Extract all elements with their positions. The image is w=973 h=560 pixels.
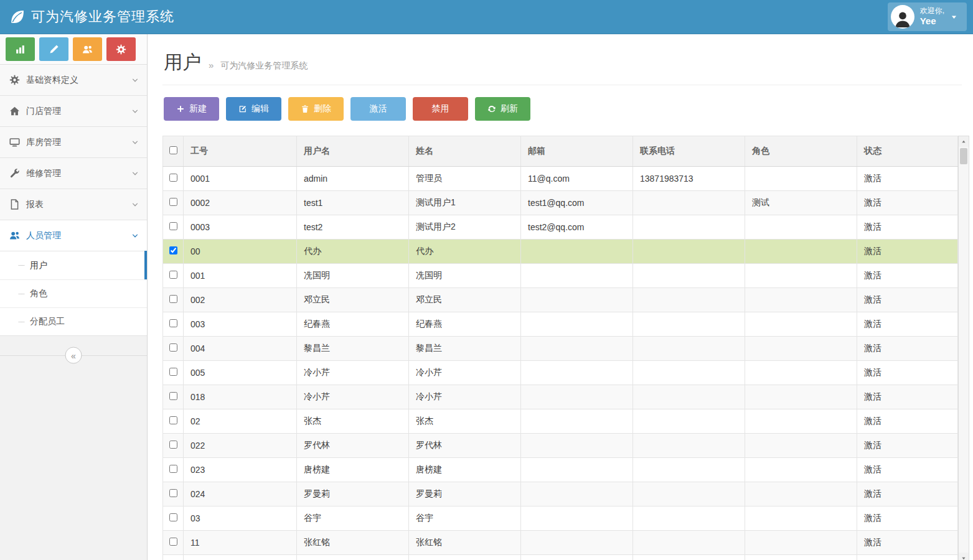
refresh-button[interactable]: 刷新 xyxy=(475,97,530,121)
table-zone: 工号用户名姓名邮箱联系电话角色状态 0001admin管理员11@q.com13… xyxy=(162,136,973,560)
row-checkbox-cell xyxy=(163,409,184,434)
column-header-name[interactable]: 姓名 xyxy=(409,136,521,167)
sidebar-item-maintenance[interactable]: 维修管理 xyxy=(0,158,147,189)
new-button[interactable]: 新建 xyxy=(164,97,219,121)
column-header-status[interactable]: 状态 xyxy=(857,136,958,167)
activate-button[interactable]: 激活 xyxy=(350,97,406,121)
column-header-username[interactable]: 用户名 xyxy=(297,136,409,167)
cell-status: 激活 xyxy=(857,506,958,531)
user-menu[interactable]: 欢迎你, Yee xyxy=(888,2,967,31)
users-icon xyxy=(9,230,20,241)
cell-name: 测试用户1 xyxy=(409,191,521,215)
row-checkbox[interactable] xyxy=(169,246,177,254)
table-row[interactable]: 00代办代办激活 xyxy=(163,240,958,264)
column-header-email[interactable]: 邮箱 xyxy=(521,136,633,167)
scroll-up-button[interactable] xyxy=(959,136,969,147)
column-header-id[interactable]: 工号 xyxy=(184,136,297,167)
table-row[interactable]: 005冷小芹冷小芹激活 xyxy=(163,361,958,385)
row-checkbox[interactable] xyxy=(169,295,177,303)
cell-name: 谷宇 xyxy=(409,506,521,531)
edit-button[interactable]: 编辑 xyxy=(226,97,281,121)
table-row[interactable]: 004黎昌兰黎昌兰激活 xyxy=(163,337,958,361)
sidebar-item-warehouse[interactable]: 库房管理 xyxy=(0,127,147,158)
cell-name: 冷小芹 xyxy=(409,385,521,409)
table-row[interactable]: 0001admin管理员11@q.com13871983713激活 xyxy=(163,167,958,191)
breadcrumb-link[interactable]: 可为汽修业务管理系统 xyxy=(220,60,308,70)
row-checkbox[interactable] xyxy=(169,489,177,497)
shortcut-chart-button[interactable] xyxy=(6,37,35,61)
button-label: 新建 xyxy=(189,103,207,114)
row-checkbox[interactable] xyxy=(169,174,177,182)
cell-email xyxy=(521,531,633,555)
cell-email xyxy=(521,506,633,531)
table-row[interactable]: 001冼国明冼国明激活 xyxy=(163,264,958,288)
table-row[interactable]: 02张杰张杰激活 xyxy=(163,409,958,434)
row-checkbox[interactable] xyxy=(169,538,177,546)
sidebar-item-reports[interactable]: 报表 xyxy=(0,189,147,220)
cell-role: 测试 xyxy=(745,191,857,215)
table-scrollbar[interactable] xyxy=(958,136,969,560)
cell-username: 杨林 xyxy=(297,555,409,560)
shortcut-users-button[interactable] xyxy=(73,37,102,61)
cell-id: 13 xyxy=(184,555,297,560)
shortcut-edit-button[interactable] xyxy=(39,37,68,61)
triangle-up-icon xyxy=(961,139,967,145)
row-checkbox[interactable] xyxy=(169,319,177,327)
row-checkbox-cell xyxy=(163,385,184,409)
row-checkbox-cell xyxy=(163,434,184,458)
row-checkbox[interactable] xyxy=(169,343,177,352)
sidebar-item-label: 人员管理 xyxy=(26,230,61,241)
select-all-checkbox[interactable] xyxy=(169,146,177,154)
sidebar-item-base-data[interactable]: 基础资料定义 xyxy=(0,65,147,96)
table-row[interactable]: 022罗代林罗代林激活 xyxy=(163,434,958,458)
table-row[interactable]: 13杨林杨林激活 xyxy=(163,555,958,560)
table-row[interactable]: 003纪春燕纪春燕激活 xyxy=(163,312,958,337)
row-checkbox-cell xyxy=(163,506,184,531)
table-row[interactable]: 0002test1测试用户1test1@qq.com测试激活 xyxy=(163,191,958,215)
cell-role xyxy=(745,264,857,288)
row-checkbox[interactable] xyxy=(169,368,177,376)
table-row[interactable]: 0003test2测试用户2test2@qq.com激活 xyxy=(163,215,958,240)
row-checkbox[interactable] xyxy=(169,465,177,473)
cell-phone xyxy=(633,215,745,240)
row-checkbox[interactable] xyxy=(169,441,177,449)
select-all-header-cell xyxy=(163,136,184,167)
sidebar-item-personnel[interactable]: 人员管理 xyxy=(0,220,147,251)
sidebar-item-label: 基础资料定义 xyxy=(26,75,78,86)
chevron-down-icon xyxy=(131,139,139,146)
row-checkbox[interactable] xyxy=(169,222,177,230)
cell-status: 激活 xyxy=(857,361,958,385)
row-checkbox[interactable] xyxy=(169,392,177,400)
cell-role xyxy=(745,240,857,264)
row-checkbox[interactable] xyxy=(169,198,177,206)
cell-username: 罗代林 xyxy=(297,434,409,458)
row-checkbox[interactable] xyxy=(169,513,177,521)
cell-name: 罗代林 xyxy=(409,434,521,458)
scroll-down-button[interactable] xyxy=(959,553,969,560)
pencil-icon xyxy=(49,44,59,55)
scrollbar-thumb[interactable] xyxy=(960,148,967,164)
row-checkbox[interactable] xyxy=(169,271,177,279)
sidebar-item-stores[interactable]: 门店管理 xyxy=(0,96,147,127)
cell-name: 代办 xyxy=(409,240,521,264)
row-checkbox[interactable] xyxy=(169,416,177,424)
disable-button[interactable]: 禁用 xyxy=(413,97,468,121)
column-header-role[interactable]: 角色 xyxy=(745,136,857,167)
table-row[interactable]: 03谷宇谷宇激活 xyxy=(163,506,958,531)
sidebar-collapse-button[interactable]: « xyxy=(65,347,82,364)
sidebar-item-roles[interactable]: 角色 xyxy=(0,279,147,307)
cell-phone xyxy=(633,409,745,434)
cell-username: 纪春燕 xyxy=(297,312,409,337)
cell-email: test2@qq.com xyxy=(521,215,633,240)
table-row[interactable]: 11张红铭张红铭激活 xyxy=(163,531,958,555)
table-row[interactable]: 024罗曼莉罗曼莉激活 xyxy=(163,482,958,506)
table-row[interactable]: 018冷小芹冷小芹激活 xyxy=(163,385,958,409)
sidebar-item-assign-staff[interactable]: 分配员工 xyxy=(0,307,147,335)
sidebar-item-users[interactable]: 用户 xyxy=(0,251,147,279)
table-row[interactable]: 023唐榜建唐榜建激活 xyxy=(163,458,958,482)
delete-button[interactable]: 删除 xyxy=(288,97,344,121)
column-header-phone[interactable]: 联系电话 xyxy=(633,136,745,167)
table-row[interactable]: 002邓立民邓立民激活 xyxy=(163,288,958,312)
shortcut-settings-button[interactable] xyxy=(106,37,136,61)
row-checkbox-cell xyxy=(163,240,184,264)
